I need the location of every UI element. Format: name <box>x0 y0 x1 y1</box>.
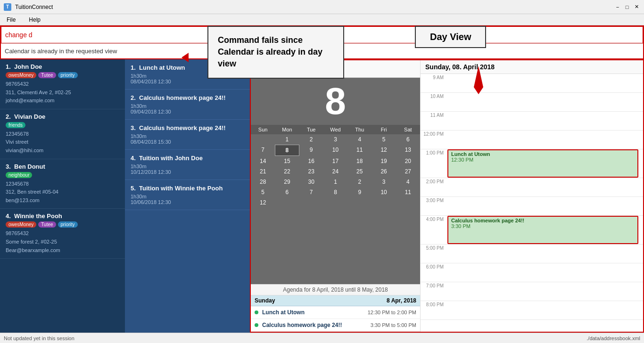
cal-cell[interactable]: 26 <box>372 166 396 177</box>
status-right: ./data/addressbook.xml <box>586 335 640 341</box>
cal-cell[interactable]: 22 <box>275 166 299 177</box>
menu-help[interactable]: Help <box>26 16 43 24</box>
agenda-event-time-1: 12:30 PM to 2:00 PM <box>368 310 416 315</box>
tag-priority-1: priority <box>58 72 78 78</box>
cal-cell[interactable]: 13 <box>396 145 420 156</box>
cal-cell[interactable]: 20 <box>396 156 420 166</box>
time-slot-2pm: 2:00 PM <box>421 178 643 197</box>
time-slot-3pm: 3:00 PM <box>421 197 643 216</box>
cal-cell[interactable]: 15 <box>275 156 299 166</box>
agenda-event-name-2: Calculus homework page 24!! <box>262 322 367 328</box>
event-block-lunch[interactable]: Lunch at Utown 12:30 PM <box>447 149 638 178</box>
cal-cell[interactable] <box>251 134 275 145</box>
time-content <box>446 282 643 301</box>
cal-cell[interactable]: 9 <box>347 187 372 197</box>
main-area: 1. John Doe owesMoney Tutee priority 987… <box>0 59 644 333</box>
time-content <box>446 178 643 196</box>
cal-cell[interactable]: 23 <box>299 166 323 177</box>
contact-name-2: 2. Vivian Doe <box>6 113 119 120</box>
event-name-2: 2. Calculus homework page 24!! <box>131 94 244 101</box>
day-timeline[interactable]: 9 AM 10 AM 11 AM 12:00 PM <box>421 74 643 332</box>
cal-cell[interactable]: 11 <box>347 145 372 156</box>
cal-cell[interactable]: 24 <box>323 166 347 177</box>
cal-cell[interactable]: 2 <box>299 134 323 145</box>
time-slot-8pm: 8:00 PM <box>421 301 643 320</box>
cal-cell[interactable]: 7 <box>251 145 275 156</box>
time-content <box>446 93 643 111</box>
cal-cell[interactable]: 2 <box>347 177 372 187</box>
time-label: 7:00 PM <box>421 282 446 301</box>
event-item-2: 2. Calculus homework page 24!! 1h30m 09/… <box>125 90 250 120</box>
menu-file[interactable]: File <box>4 16 18 24</box>
event-duration-4: 1h30m <box>131 163 244 169</box>
contact-item-3: 3. Ben Donut neighbour 12345678 312, Ben… <box>0 159 125 209</box>
time-content <box>446 131 643 149</box>
cal-cell[interactable]: 29 <box>275 177 299 187</box>
cal-cell[interactable]: 1 <box>275 134 299 145</box>
cal-cell[interactable]: 21 <box>251 166 275 177</box>
agenda-dot-1 <box>255 310 258 314</box>
agenda-date-header: Sunday 8 Apr, 2018 <box>251 295 420 306</box>
cal-cell[interactable]: 10 <box>372 187 396 197</box>
cal-cell[interactable]: 19 <box>372 156 396 166</box>
minimize-button[interactable]: − <box>614 3 621 11</box>
cal-cell[interactable]: 9 <box>299 145 323 156</box>
cal-cell[interactable]: 12 <box>372 145 396 156</box>
event-item-3: 3. Calculus homework page 24!! 1h30m 08/… <box>125 120 250 150</box>
time-slot-1pm: 1:00 PM Lunch at Utown 12:30 PM <box>421 149 643 178</box>
cal-cell[interactable]: 11 <box>396 187 420 197</box>
titlebar-left: T TuitionConnect <box>4 3 53 11</box>
cal-cell[interactable]: 17 <box>323 156 347 166</box>
cal-cell[interactable]: 10 <box>323 145 347 156</box>
time-label: 2:00 PM <box>421 178 446 196</box>
cal-cell[interactable]: 18 <box>347 156 372 166</box>
maximize-button[interactable]: □ <box>623 3 631 11</box>
close-button[interactable]: ✕ <box>633 3 640 11</box>
cal-cell[interactable]: 7 <box>299 187 323 197</box>
cal-cell[interactable]: 28 <box>251 177 275 187</box>
annotation-text: Command fails since Calendar is already … <box>218 35 322 68</box>
time-content <box>446 263 643 282</box>
cal-cell[interactable]: 5 <box>372 134 396 145</box>
time-label: 9 AM <box>421 74 446 92</box>
time-slot-5pm: 5:00 PM <box>421 245 643 263</box>
contacts-panel: 1. John Doe owesMoney Tutee priority 987… <box>0 59 125 333</box>
cal-cell-today[interactable]: 8 <box>275 145 299 156</box>
event-duration-5: 1h30m <box>131 194 244 199</box>
cal-cell[interactable]: 8 <box>323 187 347 197</box>
cal-cell[interactable]: 6 <box>396 134 420 145</box>
cal-cell[interactable]: 3 <box>372 177 396 187</box>
event-item-5: 5. Tuition with Winnie the Pooh 1h30m 10… <box>125 180 250 210</box>
calendar-top: < Today > 8 Sun Mon Tue Wed Thu Fri Sat <box>251 60 643 332</box>
col-thu: Thu <box>347 127 372 132</box>
cal-cell[interactable]: 30 <box>299 177 323 187</box>
time-slot-7pm: 7:00 PM <box>421 282 643 301</box>
day-view-label: Day View <box>430 32 471 42</box>
agenda-event-1: Lunch at Utown 12:30 PM to 2:00 PM <box>251 306 420 319</box>
agenda-title: Agenda for 8 April, 2018 until 8 May, 20… <box>251 285 420 295</box>
event-block-calculus[interactable]: Calculus homework page 24!! 3:30 PM <box>447 216 638 244</box>
mini-cal-header: Sun Mon Tue Wed Thu Fri Sat <box>251 125 420 134</box>
agenda-event-2: Calculus homework page 24!! 3:30 PM to 5… <box>251 319 420 332</box>
annotation-arrow-icon <box>182 50 210 65</box>
cal-cell[interactable]: 4 <box>396 177 420 187</box>
event-date-2: 09/04/2018 12:30 <box>131 109 244 114</box>
cal-cell[interactable]: 4 <box>347 134 372 145</box>
cal-cell[interactable]: 3 <box>323 134 347 145</box>
cal-cell[interactable]: 16 <box>299 156 323 166</box>
cal-cell[interactable]: 14 <box>251 156 275 166</box>
event-date-4: 10/12/2018 12:30 <box>131 169 244 175</box>
cal-cell[interactable]: 6 <box>275 187 299 197</box>
titlebar-controls: − □ ✕ <box>614 3 640 11</box>
calendar-left: < Today > 8 Sun Mon Tue Wed Thu Fri Sat <box>251 60 421 332</box>
tag-owesmoney-4: owesMoney <box>6 221 36 228</box>
time-content-4pm: Calculus homework page 24!! 3:30 PM <box>446 216 643 244</box>
contact-info-1: 98765432 311, Clementi Ave 2, #02-25 joh… <box>6 80 119 105</box>
events-panel: 1. Lunch at Utown 1h30m 08/04/2018 12:30… <box>125 59 250 333</box>
cal-cell[interactable]: 5 <box>251 187 275 197</box>
cal-cell[interactable]: 25 <box>347 166 372 177</box>
time-label: 10 AM <box>421 93 446 111</box>
cal-cell[interactable]: 1 <box>323 177 347 187</box>
cal-cell[interactable]: 12 <box>251 197 275 208</box>
cal-cell[interactable]: 27 <box>396 166 420 177</box>
